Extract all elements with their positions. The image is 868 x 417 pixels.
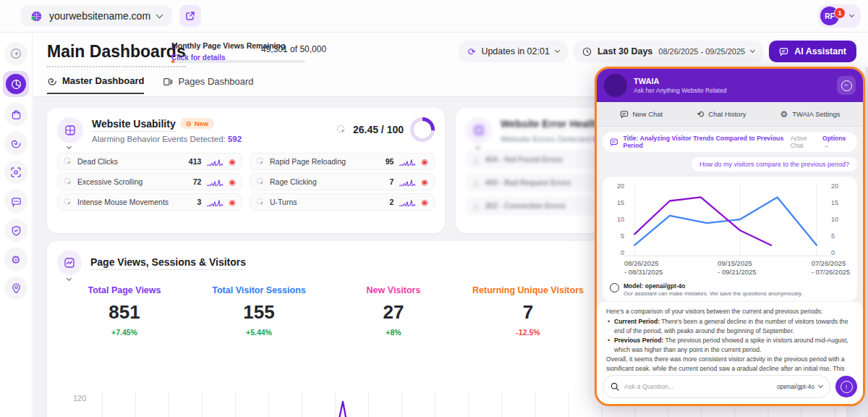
model-info: Model: openai/gpt-4o Our assistant can m… [608, 282, 851, 297]
sidebar-item-open-panel[interactable] [4, 42, 27, 65]
website-selector[interactable]: yourwebsitename.com [20, 5, 172, 27]
model-selector[interactable]: openai/gpt-4o [777, 383, 822, 390]
minimize-button[interactable]: − [837, 76, 856, 95]
usability-card-icon [57, 117, 83, 143]
record-icon[interactable]: ◉ [229, 198, 236, 206]
tab-pages-dashboard[interactable]: Pages Dashboard [163, 75, 253, 94]
shopping-bag-icon [11, 109, 22, 120]
twaia-settings-button[interactable]: ⚙ TWAIA Settings [780, 109, 841, 119]
usability-icon [64, 125, 76, 136]
chat-history-button[interactable]: ⟲ Chat History [697, 109, 746, 119]
record-icon[interactable]: ◉ [229, 158, 236, 166]
usability-metric-row[interactable]: Intense Mouse Movements 3 ◉ [57, 193, 242, 211]
y-tick: 5 [608, 232, 624, 240]
score-cursor-icon [336, 125, 346, 135]
website-name: yourwebsitename.com [49, 10, 150, 22]
history-icon: ⟲ [697, 109, 704, 119]
active-chat-label: Active Chat [791, 135, 818, 149]
quota-progress-fill [171, 60, 174, 63]
chevron-down-icon [818, 382, 823, 387]
usability-metric-row[interactable]: Rage Clicking 7 ◉ [250, 173, 435, 190]
open-website-button[interactable] [179, 5, 201, 27]
y-tick: 10 [831, 216, 847, 223]
chat-title-bar: Title: Analyzing Visitor Trends Compared… [603, 132, 857, 152]
settings-gear-icon: ⚙ [780, 109, 788, 119]
sidebar-item-ecommerce[interactable] [4, 103, 27, 126]
sidebar-item-privacy[interactable] [4, 219, 27, 242]
sidebar-item-settings[interactable]: ⚙ [4, 248, 27, 271]
y-axis-right: 20151050 [831, 182, 847, 256]
minus-circle-icon: − [841, 80, 852, 91]
sidebar-item-visitors[interactable] [4, 277, 27, 300]
usability-metrics: Dead Clicks 413 ◉ Rapid Page Reloading 9… [57, 153, 435, 211]
assistant-avatar [604, 74, 627, 97]
chevron-down-icon [555, 47, 560, 52]
external-link-icon [185, 11, 195, 21]
chevron-down-icon [849, 12, 854, 17]
record-icon[interactable]: ◉ [421, 198, 428, 206]
dashboard-pie-icon [11, 79, 22, 90]
chat-feedback-icon [11, 196, 22, 207]
scrollbar[interactable] [865, 67, 868, 417]
x-axis-labels: 08/26/2025- 08/31/202509/15/2025- 09/21/… [608, 259, 851, 278]
chevron-down-icon [475, 144, 480, 149]
new-chat-button[interactable]: New Chat [620, 110, 663, 119]
sidebar-item-heatmaps[interactable] [4, 161, 27, 184]
answer-intro: Here's a comparison of your visitors bet… [606, 307, 854, 316]
record-icon[interactable]: ◉ [229, 178, 236, 186]
sidebar: ⚙ [0, 33, 33, 417]
usability-metric-row[interactable]: Rapid Page Reloading 95 ◉ [250, 153, 435, 170]
y-tick: 0 [608, 249, 624, 256]
chat-options-link[interactable]: Options → [822, 135, 850, 149]
globe-icon [30, 10, 43, 22]
refresh-icon: ⟳ [467, 46, 475, 57]
notification-badge: 1 [834, 7, 846, 19]
disclaimer: Our assistant can make mistakes. We save… [624, 290, 803, 297]
quota-progress-bar [171, 60, 305, 63]
sparkline [206, 157, 224, 167]
send-button[interactable]: ↑ [835, 376, 857, 397]
top-bar: yourwebsitename.com RF1 [0, 0, 868, 33]
question-input[interactable] [624, 383, 772, 390]
pageviews-card-icon [57, 250, 82, 275]
pageviews-metric: Total Visitor Sessions 155 +5.44% [192, 285, 326, 337]
cursor-icon [64, 157, 72, 166]
page-title: Main Dashboards [47, 42, 186, 67]
sidebar-item-feedback[interactable] [4, 190, 27, 213]
usability-metric-row[interactable]: U-Turns 2 ◉ [250, 193, 435, 211]
sidebar-item-dashboard[interactable] [3, 71, 29, 97]
open-panel-icon [10, 48, 22, 59]
pageviews-title: Page Views, Sessions & Visitors [90, 256, 246, 270]
usability-score: 26.45 / 100 [353, 124, 404, 135]
usability-metric-row[interactable]: Excessive Scrolling 72 ◉ [57, 173, 242, 190]
chat-icon [610, 138, 618, 147]
clock-icon [582, 47, 592, 56]
openai-icon [610, 283, 619, 292]
usability-metric-row[interactable]: Dead Clicks 413 ◉ [57, 153, 242, 170]
pages-dashboard-icon [163, 77, 173, 87]
sparkline [399, 157, 416, 167]
sidebar-item-recordings[interactable] [4, 132, 27, 155]
assistant-answer: Here's a comparison of your visitors bet… [597, 302, 863, 371]
error-health-icon [473, 125, 485, 136]
pageviews-metric: Total Page Views 851 +7.45% [57, 285, 192, 337]
warning-triangle-icon: △ [473, 155, 479, 164]
record-icon[interactable]: ◉ [421, 178, 428, 186]
ai-assistant-button[interactable]: AI Assistant [769, 41, 856, 62]
date-range-picker[interactable]: Last 30 Days 08/26/2025 - 09/25/2025 [574, 41, 763, 62]
y-tick: 20 [608, 182, 624, 190]
quota-value: 49,301 of 50,000 [261, 44, 326, 54]
y-tick: 120 [73, 394, 86, 403]
sparkline [206, 198, 224, 207]
tab-master-dashboard[interactable]: Master Dashboard [47, 75, 144, 94]
avatar: RF1 [820, 7, 839, 25]
error-card-icon [466, 117, 492, 143]
website-usability-card: Website Usability⊙New Alarming Behavior … [47, 108, 445, 233]
cursor-icon [256, 177, 265, 186]
new-chat-icon [620, 110, 629, 119]
master-dashboard-icon [47, 76, 57, 86]
account-menu[interactable]: RF1 [817, 4, 861, 28]
record-icon[interactable]: ◉ [421, 158, 428, 166]
visitor-pin-icon [11, 283, 22, 294]
updates-timer[interactable]: ⟳ Updates in 02:01 [459, 41, 567, 62]
